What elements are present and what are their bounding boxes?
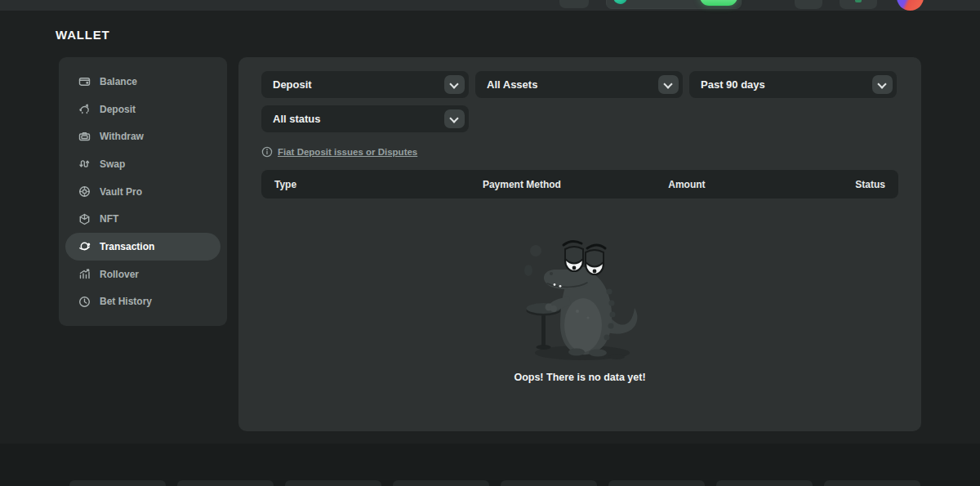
sidebar-item-label: Rollover bbox=[100, 269, 139, 280]
footer-placeholder bbox=[393, 480, 489, 486]
sidebar-item-label: Swap bbox=[100, 158, 125, 170]
date-range-select[interactable]: Past 90 days bbox=[689, 71, 897, 98]
sidebar-item-label: Bet History bbox=[100, 296, 152, 307]
sidebar-item-balance[interactable]: Balance bbox=[65, 68, 220, 96]
wallet-sidebar: Balance Deposit Withdraw Swap Vault Pro … bbox=[59, 57, 227, 326]
sad-crocodile-illustration bbox=[509, 233, 652, 362]
bar-chart-icon bbox=[78, 268, 91, 280]
footer-placeholder bbox=[69, 480, 166, 486]
swap-arrows-icon bbox=[78, 158, 91, 170]
sidebar-item-label: NFT bbox=[100, 213, 118, 225]
topbar-plus-button[interactable] bbox=[559, 0, 589, 8]
asset-value: All Assets bbox=[487, 78, 537, 91]
coin-transaction-icon bbox=[78, 240, 91, 252]
asset-select[interactable]: All Assets bbox=[475, 71, 683, 98]
page-title: WALLET bbox=[56, 28, 109, 42]
topbar-grid-button[interactable] bbox=[795, 0, 822, 9]
sidebar-item-label: Balance bbox=[100, 76, 137, 87]
sidebar-item-label: Transaction bbox=[100, 241, 154, 252]
cash-box-icon bbox=[78, 131, 91, 143]
transaction-type-value: Deposit bbox=[273, 78, 312, 91]
column-header-type: Type bbox=[274, 179, 421, 190]
sidebar-item-vault-pro[interactable]: Vault Pro bbox=[65, 178, 220, 206]
footer-placeholder bbox=[608, 480, 705, 486]
empty-state: Oops! There is no data yet! bbox=[261, 198, 898, 383]
topbar-bonus-button[interactable] bbox=[840, 0, 877, 9]
sidebar-item-rollover[interactable]: Rollover bbox=[65, 261, 220, 288]
sidebar-item-deposit[interactable]: Deposit bbox=[65, 96, 220, 123]
sidebar-item-swap[interactable]: Swap bbox=[65, 150, 220, 178]
sidebar-item-transaction[interactable]: Transaction bbox=[65, 233, 220, 261]
nft-cube-icon bbox=[78, 213, 91, 225]
footer-placeholder-row bbox=[69, 480, 920, 486]
top-bar bbox=[0, 0, 980, 11]
sidebar-item-label: Withdraw bbox=[100, 131, 144, 142]
chevron-down-icon[interactable] bbox=[444, 109, 465, 128]
sidebar-item-label: Deposit bbox=[100, 104, 136, 115]
coin-icon bbox=[613, 0, 627, 4]
info-icon bbox=[261, 146, 273, 158]
footer-placeholder bbox=[501, 480, 597, 486]
empty-state-message: Oops! There is no data yet! bbox=[514, 372, 645, 383]
piggy-bank-icon bbox=[78, 103, 91, 115]
chevron-down-icon[interactable] bbox=[658, 75, 679, 94]
balance-display-pill[interactable] bbox=[606, 0, 742, 9]
bonus-icon bbox=[855, 0, 862, 2]
footer-placeholder bbox=[824, 480, 920, 486]
transaction-panel: Deposit All Assets Past 90 days All stat… bbox=[238, 57, 921, 431]
status-select[interactable]: All status bbox=[261, 105, 469, 132]
sidebar-item-label: Vault Pro bbox=[100, 186, 142, 198]
date-range-value: Past 90 days bbox=[701, 78, 765, 91]
status-value: All status bbox=[273, 113, 321, 125]
sidebar-item-withdraw[interactable]: Withdraw bbox=[65, 123, 220, 150]
chevron-down-icon[interactable] bbox=[444, 75, 465, 94]
transactions-table-header: Type Payment Method Amount Status bbox=[261, 170, 898, 198]
vault-icon bbox=[78, 185, 91, 198]
footer bbox=[0, 444, 980, 486]
column-header-status: Status bbox=[751, 179, 885, 190]
footer-placeholder bbox=[177, 480, 274, 486]
footer-placeholder bbox=[716, 480, 813, 486]
wallet-icon bbox=[78, 75, 91, 87]
grid-icon bbox=[802, 0, 815, 2]
fiat-dispute-row: Fiat Deposit issues or Disputes bbox=[261, 146, 898, 158]
deposit-pill-button[interactable] bbox=[700, 0, 737, 6]
footer-placeholder bbox=[285, 480, 381, 486]
sidebar-item-bet-history[interactable]: Bet History bbox=[65, 288, 220, 315]
sidebar-item-nft[interactable]: NFT bbox=[65, 205, 220, 233]
chevron-down-icon[interactable] bbox=[872, 75, 893, 94]
fiat-dispute-link[interactable]: Fiat Deposit issues or Disputes bbox=[278, 147, 417, 157]
clock-icon bbox=[78, 296, 91, 308]
column-header-payment-method: Payment Method bbox=[421, 179, 623, 190]
avatar[interactable] bbox=[897, 0, 924, 11]
transaction-type-select[interactable]: Deposit bbox=[261, 71, 469, 98]
column-header-amount: Amount bbox=[622, 179, 751, 190]
